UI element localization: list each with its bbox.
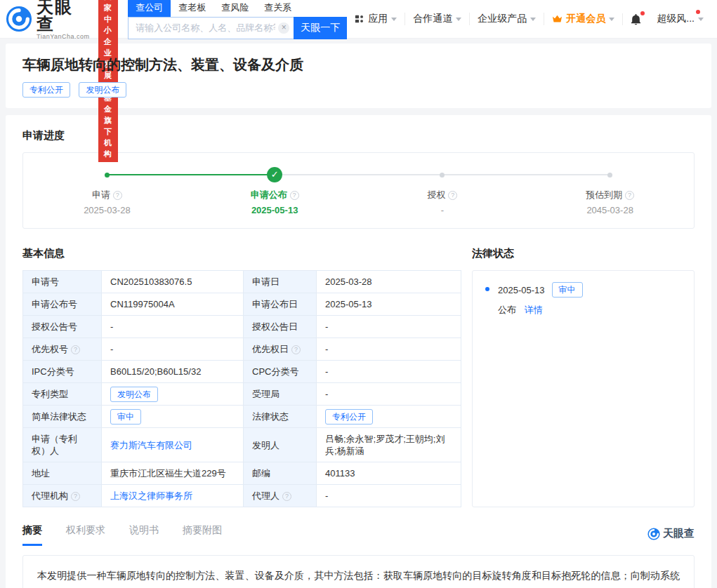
- grant-number: -: [102, 316, 244, 338]
- tab-description[interactable]: 说明书: [129, 524, 159, 546]
- logo-name: 天眼查: [37, 0, 90, 32]
- timeline-step-application: 申请 2025-03-28: [23, 189, 191, 215]
- field-label: 授权公告号: [23, 316, 102, 338]
- help-icon[interactable]: [625, 191, 634, 200]
- table-row: 地址 重庆市江北区福生大道229号 邮编 401133: [23, 462, 461, 485]
- agency-link[interactable]: 上海汉之律师事务所: [110, 490, 192, 501]
- table-row: 申请公布号 CN119975004A 申请公布日 2025-05-13: [23, 293, 461, 316]
- field-label: 申请（专利权）人: [23, 428, 102, 462]
- field-label: 优先权号: [23, 338, 102, 361]
- inventors: 吕畅;余永智;罗茂才;王朝均;刘兵;杨新涵: [317, 428, 461, 462]
- timeline-check-icon: ✓: [267, 167, 282, 182]
- patent-title: 车辆原地转向的控制方法、装置、设备及介质: [22, 55, 695, 74]
- field-label: 优先权日: [244, 338, 317, 361]
- field-label: 专利类型: [23, 383, 102, 406]
- table-row: 申请号 CN202510383076.5 申请日 2025-03-28: [23, 271, 461, 293]
- help-icon[interactable]: [291, 345, 301, 354]
- field-label: 法律状态: [244, 406, 317, 428]
- tab-abstract[interactable]: 摘要: [22, 524, 42, 546]
- search-tab-risk[interactable]: 查风险: [213, 0, 256, 17]
- brand-slogan-badge: 都在用的商业查询工具 国家中小企业发展子基金旗下机构: [98, 0, 119, 162]
- timeline-step-expiry: 预估到期 2045-03-28: [526, 189, 694, 215]
- field-label: 申请日: [244, 271, 317, 293]
- field-label: 申请公布号: [23, 293, 102, 316]
- cpc-classification: -: [317, 361, 461, 383]
- top-nav-links: 应用 合作通道 企业级产品 开通会员: [347, 13, 711, 25]
- application-progress-timeline: ✓ 申请 2025-03-28 申请公布 2025-05-13 授权 - 预估到…: [22, 152, 695, 229]
- field-label: 地址: [23, 462, 102, 485]
- field-label: 授权公告日: [244, 316, 317, 338]
- notifications-bell[interactable]: [622, 13, 649, 25]
- publication-date: 2025-05-13: [317, 293, 461, 316]
- search-category-tabs: 查公司 查老板 查风险 查关系: [128, 0, 347, 17]
- nav-super-risk[interactable]: 超级风...: [649, 13, 711, 25]
- tianyancha-logo[interactable]: 天眼查 TianYanCha.com: [6, 0, 90, 40]
- help-icon[interactable]: [71, 492, 80, 501]
- nav-apps[interactable]: 应用: [347, 13, 404, 25]
- risk-badge-dot: [696, 10, 700, 14]
- help-icon[interactable]: [448, 191, 457, 200]
- tianyancha-watermark: 天眼查: [647, 527, 695, 546]
- top-navigation-bar: 天眼查 TianYanCha.com 都在用的商业查询工具 国家中小企业发展子基…: [0, 0, 717, 39]
- watermark-text: 天眼查: [663, 527, 695, 540]
- nav-open-membership[interactable]: 开通会员: [544, 13, 622, 25]
- patent-detail-card: 申请进度 ✓ 申请 2025-03-28 申请公布 2025-05-13: [6, 115, 711, 588]
- app-grid-icon: [355, 14, 364, 24]
- basic-info-table: 申请号 CN202510383076.5 申请日 2025-03-28 申请公布…: [22, 270, 461, 507]
- applicant-link[interactable]: 赛力斯汽车有限公司: [110, 440, 192, 450]
- field-label: 简单法律状态: [23, 406, 102, 428]
- simple-legal-status-tag: 审中: [110, 409, 141, 425]
- timeline-dot-pending: [440, 173, 445, 178]
- application-date: 2025-03-28: [317, 271, 461, 293]
- legal-status-action: 公布: [498, 305, 516, 315]
- chevron-down-icon: [609, 18, 614, 21]
- tab-claims[interactable]: 权利要求: [66, 524, 105, 546]
- search-tab-relation[interactable]: 查关系: [256, 0, 299, 17]
- field-label: 代理人: [244, 485, 317, 507]
- bullet-icon: [485, 287, 489, 291]
- tag-invention-publication: 发明公布: [79, 82, 126, 98]
- help-icon[interactable]: [282, 492, 291, 501]
- grant-date: -: [317, 316, 461, 338]
- search-tab-boss[interactable]: 查老板: [171, 0, 213, 17]
- eye-logo-icon: [6, 6, 32, 32]
- field-label: 申请号: [23, 271, 102, 293]
- search-button[interactable]: 天眼一下: [294, 17, 347, 39]
- legal-status-detail-link[interactable]: 详情: [525, 305, 543, 315]
- field-label: 受理局: [244, 383, 317, 406]
- help-icon[interactable]: [71, 345, 80, 354]
- chevron-down-icon: [391, 18, 397, 21]
- priority-date: -: [317, 338, 461, 361]
- chevron-down-icon: [456, 18, 461, 21]
- nav-partner-channel[interactable]: 合作通道: [404, 13, 469, 25]
- basic-info-title: 基本信息: [22, 247, 461, 260]
- legal-status-item: 2025-05-13 审中 公布 详情: [484, 282, 683, 316]
- timeline-step-publication: 申请公布 2025-05-13: [191, 189, 359, 215]
- table-row: 简单法律状态 审中 法律状态 专利公开: [23, 406, 461, 428]
- ipc-classification: B60L15/20;B60L15/32: [102, 361, 244, 383]
- help-icon[interactable]: [113, 191, 122, 200]
- clear-search-icon[interactable]: ×: [278, 22, 289, 34]
- legal-status-panel: 2025-05-13 审中 公布 详情: [472, 270, 695, 507]
- tab-figures[interactable]: 摘要附图: [183, 524, 222, 546]
- postal-code: 401133: [317, 462, 461, 485]
- search-input[interactable]: [128, 17, 294, 39]
- agent: -: [317, 485, 461, 507]
- accepting-office: -: [317, 383, 461, 406]
- legal-status-tag: 专利公开: [325, 409, 373, 425]
- field-label: 代理机构: [23, 485, 102, 507]
- table-row: 申请（专利权）人 赛力斯汽车有限公司 发明人 吕畅;余永智;罗茂才;王朝均;刘兵…: [23, 428, 461, 462]
- application-number: CN202510383076.5: [102, 271, 244, 293]
- chevron-down-icon: [530, 18, 536, 21]
- eye-logo-icon: [647, 528, 660, 540]
- patent-type-tag: 发明公布: [110, 387, 158, 402]
- table-row: 优先权号 - 优先权日 -: [23, 338, 461, 361]
- nav-enterprise-products[interactable]: 企业级产品: [469, 13, 544, 25]
- legal-status-state-tag: 审中: [552, 282, 583, 298]
- logo-domain: TianYanCha.com: [37, 33, 90, 40]
- timeline-dot-pending: [607, 173, 612, 178]
- field-label: IPC分类号: [23, 361, 102, 383]
- application-progress-title: 申请进度: [22, 129, 695, 142]
- search-tab-company[interactable]: 查公司: [128, 0, 171, 17]
- help-icon[interactable]: [290, 191, 299, 200]
